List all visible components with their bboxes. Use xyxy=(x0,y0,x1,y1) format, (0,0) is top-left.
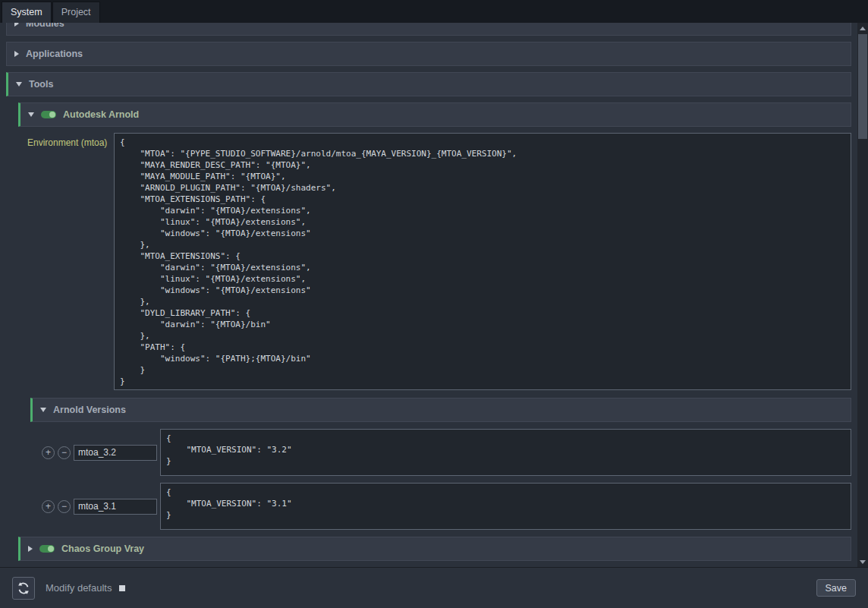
version-row-controls: + − xyxy=(42,445,157,461)
tools-section-body: Autodesk Arnold Environment (mtoa) { "MT… xyxy=(6,96,851,561)
version-json-editor[interactable]: { "MTOA_VERSION": "3.1" } xyxy=(160,483,851,530)
vray-enabled-toggle[interactable] xyxy=(39,545,55,553)
add-version-button[interactable]: + xyxy=(42,446,55,459)
section-autodesk-arnold: Autodesk Arnold Environment (mtoa) { "MT… xyxy=(18,102,851,530)
arnold-versions-body: + − { "MTOA_VERSION": "3.2" } + xyxy=(30,422,851,530)
section-title-arnold-versions: Arnold Versions xyxy=(53,405,126,415)
remove-version-button[interactable]: − xyxy=(58,446,71,459)
section-title-tools: Tools xyxy=(29,79,53,90)
tab-system[interactable]: System xyxy=(2,2,52,23)
footer-bar: Modify defaults Save xyxy=(0,567,868,608)
expanded-arrow-icon xyxy=(40,408,46,412)
refresh-icon xyxy=(17,581,30,595)
tab-project[interactable]: Project xyxy=(52,2,100,23)
settings-window: System Project Modules Applications Tool… xyxy=(0,0,868,608)
version-row-controls: + − xyxy=(42,499,157,515)
arnold-enabled-toggle[interactable] xyxy=(41,111,56,118)
version-name-input[interactable] xyxy=(74,499,157,515)
scroll-up-button[interactable] xyxy=(857,23,868,33)
collapsed-arrow-icon xyxy=(28,546,33,552)
environment-field-row: Environment (mtoa) { "MTOA": "{PYPE_STUD… xyxy=(27,133,851,390)
scroll-down-icon xyxy=(860,560,866,564)
version-name-input[interactable] xyxy=(74,445,157,461)
section-modules-header[interactable]: Modules xyxy=(6,23,851,36)
modify-defaults-label: Modify defaults xyxy=(46,582,112,594)
section-arnold-versions: Arnold Versions + − { "MTOA_VE xyxy=(30,398,851,530)
collapsed-arrow-icon xyxy=(14,23,19,27)
section-applications: Applications xyxy=(6,42,851,66)
remove-version-button[interactable]: − xyxy=(58,500,71,513)
toggle-knob-icon xyxy=(48,546,54,552)
section-arnold-header[interactable]: Autodesk Arnold xyxy=(18,102,851,127)
version-row: + − { "MTOA_VERSION": "3.1" } xyxy=(42,483,851,530)
section-title-arnold: Autodesk Arnold xyxy=(63,109,139,120)
scrollbar-thumb[interactable] xyxy=(858,34,867,139)
save-button[interactable]: Save xyxy=(816,579,857,597)
refresh-button[interactable] xyxy=(12,577,35,600)
modify-defaults-checkbox[interactable] xyxy=(119,585,125,591)
expanded-arrow-icon xyxy=(28,112,34,117)
section-arnold-versions-header[interactable]: Arnold Versions xyxy=(30,398,851,422)
section-title-vray: Chaos Group Vray xyxy=(61,543,144,554)
toggle-knob-icon xyxy=(49,112,55,118)
section-tools-header[interactable]: Tools xyxy=(6,72,851,96)
tab-bar: System Project xyxy=(0,0,868,23)
scroll-down-button[interactable] xyxy=(857,556,868,567)
section-title-modules: Modules xyxy=(26,23,64,29)
section-tools: Tools Autodesk Arnold Environment (mtoa)… xyxy=(6,72,851,561)
section-chaos-group-vray: Chaos Group Vray xyxy=(18,537,851,561)
arnold-section-body: Environment (mtoa) { "MTOA": "{PYPE_STUD… xyxy=(18,127,851,530)
section-vray-header[interactable]: Chaos Group Vray xyxy=(18,537,851,561)
section-title-applications: Applications xyxy=(26,49,83,59)
version-row: + − { "MTOA_VERSION": "3.2" } xyxy=(42,429,851,476)
environment-field-label: Environment (mtoa) xyxy=(27,133,111,390)
add-version-button[interactable]: + xyxy=(42,500,55,513)
environment-json-editor[interactable]: { "MTOA": "{PYPE_STUDIO_SOFTWARE}/arnold… xyxy=(114,133,851,390)
vertical-scrollbar[interactable] xyxy=(857,23,868,567)
scroll-up-icon xyxy=(860,27,866,30)
settings-content: Modules Applications Tools Autodesk Arno… xyxy=(0,23,857,567)
section-modules: Modules xyxy=(6,23,851,36)
version-json-editor[interactable]: { "MTOA_VERSION": "3.2" } xyxy=(160,429,851,476)
section-applications-header[interactable]: Applications xyxy=(6,42,851,66)
expanded-arrow-icon xyxy=(16,82,22,87)
collapsed-arrow-icon xyxy=(14,51,19,57)
